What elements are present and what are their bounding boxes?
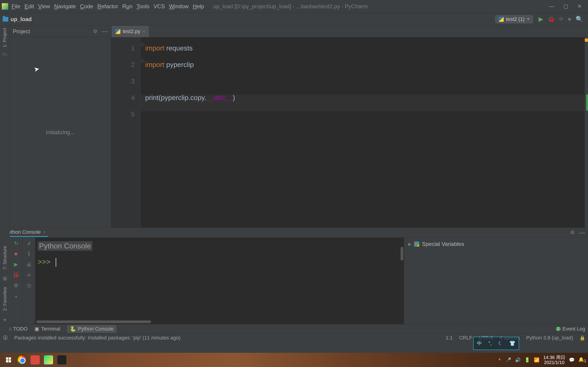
stop-icon[interactable]: ■ [15,251,17,257]
fold-marker-icon[interactable] [141,43,144,46]
action-center-icon[interactable]: 💬 [569,357,575,363]
run-button[interactable]: ▶ [539,16,543,23]
terminal-tab[interactable]: ▣ Terminal [35,326,60,332]
horiz-scrollbar[interactable] [36,320,151,323]
vert-scrollbar[interactable] [401,247,403,261]
taskbar-clock[interactable]: 14:36 周日 2021/1/10 [543,355,565,365]
menu-edit[interactable]: Edit [25,3,34,10]
folder-tool-icon[interactable]: 🗀 [2,52,7,57]
fold-marker-icon[interactable] [141,60,144,62]
editor-tab-label: test2.py [123,28,140,34]
chrome-taskbar-icon[interactable] [16,354,27,366]
code-content[interactable]: import requests import pyperclip print(p… [141,37,235,227]
special-variables-row[interactable]: ▶ Special Variables [408,241,584,247]
status-message: Packages installed successfully: Install… [14,335,439,341]
gear-icon[interactable]: ⚙ [570,230,575,236]
event-log-tab[interactable]: 2 Event Log [556,326,585,332]
gear-icon[interactable]: ⚙ [93,28,98,34]
change-marker-icon[interactable] [586,94,588,110]
identifier: requests [164,44,192,52]
close-button[interactable]: ✕ [578,3,582,9]
panel-minimize-icon[interactable]: — [102,28,108,35]
python-interpreter[interactable]: Python 3.8 (up_load) [526,335,573,341]
project-loading-text: Initializing... [46,129,75,135]
line-separator[interactable]: CRLF [459,335,472,341]
tab-close-icon[interactable]: × [143,29,145,34]
python-console-panel: Python Console × ⚙ — ↻ ■ ▶ 🐞 ⚙ ＋ ↲ ↧ 🖨 ∞… [0,227,588,324]
main-menu: FFileile Edit View Navigate Code Refacto… [11,3,204,10]
left-tool-strip-top: 1: Project 🗀 [0,26,10,227]
debug-console-icon[interactable]: 🐞 [13,272,19,278]
title-bar: FFileile Edit View Navigate Code Refacto… [0,0,588,13]
line-number: 3 [111,73,135,90]
new-console-icon[interactable]: ＋ [14,293,19,300]
menu-vcs[interactable]: VCS [154,3,165,10]
chevron-down-icon [527,18,530,20]
editor-tab-test2[interactable]: test2.py × [112,26,149,37]
start-button[interactable] [3,354,14,366]
menu-view[interactable]: View [38,3,50,10]
scroll-end-icon[interactable]: ↧ [27,251,31,257]
menu-refactor[interactable]: Refactor [97,3,118,10]
lock-icon[interactable]: 🔒 [579,335,585,341]
pycharm-taskbar-icon[interactable] [43,354,54,366]
ime-indicator[interactable]: 中 °, ☾ 👕 [473,337,519,350]
volume-icon[interactable]: 🔊 [515,357,521,363]
python-console-bottom-tab[interactable]: 🐍 Python Console [67,325,116,333]
menu-code[interactable]: Code [80,3,93,10]
python-icon [499,17,504,22]
settings-icon[interactable]: ⚙ [14,283,18,289]
stop-button[interactable]: ■ [568,16,571,22]
menu-file[interactable]: FFileile [11,3,20,10]
project-panel-header: Project ⚙ — [10,26,111,37]
ime-lang: 中 [477,340,482,347]
clock-time: 14:36 周日 [543,355,565,360]
expand-arrow-icon[interactable]: ▶ [408,242,411,247]
caret-position[interactable]: 1:1 [446,335,453,341]
mic-icon[interactable]: 🎤 [506,357,511,363]
run-coverage-button[interactable]: ⟳ [559,16,563,22]
show-vars-icon[interactable]: ∞ [27,272,31,278]
warning-marker-icon[interactable] [585,39,588,42]
tray-overflow-icon[interactable]: ＾ [497,357,502,363]
windows-logo-icon [6,357,11,362]
search-everywhere-button[interactable]: 🔍 [576,16,583,23]
console-body: ↻ ■ ▶ 🐞 ⚙ ＋ ↲ ↧ 🖨 ∞ ◷ Python Console >>>… [0,237,588,324]
left-tool-strip-bottom: 7: Structure ▦ 2: Favorites ★ [0,227,10,335]
run-config-selector[interactable]: test2 (1) [495,15,533,23]
project-tool-tab[interactable]: 1: Project [2,28,7,47]
menu-help[interactable]: Help [193,3,204,10]
console-tab-label: Python Console [5,229,41,235]
menu-window[interactable]: Window [169,3,189,10]
menu-navigate[interactable]: Navigate [54,3,76,10]
python-console-label: Python Console [78,326,113,332]
notifications-icon[interactable]: 🔔1 [578,357,586,363]
editor-body[interactable]: 1 2 3 4 5 import requests import pypercl… [111,37,588,227]
code-text: ) [233,94,235,101]
event-count-badge: 2 [556,327,561,331]
rerun-icon[interactable]: ↻ [14,240,18,246]
minimize-button[interactable]: — [549,3,554,9]
pycharm-icon [2,3,8,10]
function-call: print [145,94,158,101]
history-icon[interactable]: ◷ [27,283,31,289]
terminal-taskbar-icon[interactable] [56,354,68,366]
menu-tools[interactable]: Tools [137,3,149,10]
panel-minimize-icon[interactable]: — [579,229,585,236]
project-panel-title: Project [13,28,93,35]
maximize-button[interactable]: ▢ [563,3,568,9]
todo-label: 6: TODO [8,326,27,332]
breadcrumb-project[interactable]: up_load [10,16,32,23]
print-icon[interactable]: 🖨 [26,261,32,267]
battery-icon[interactable]: 🔋 [524,357,530,363]
execute-icon[interactable]: ▶ [14,261,18,267]
soft-wrap-icon[interactable]: ↲ [27,240,31,246]
wifi-icon[interactable]: 📶 [534,357,540,363]
debug-button[interactable]: 🐞 [548,16,555,23]
structure-tool-tab[interactable]: 7: Structure [2,246,8,269]
favorites-tool-tab[interactable]: 2: Favorites [2,287,8,311]
console-output[interactable]: Python Console >>> [35,238,404,324]
menu-run[interactable]: Run [122,3,132,10]
tab-close-icon[interactable]: × [43,230,45,235]
xshell-taskbar-icon[interactable] [29,354,41,366]
